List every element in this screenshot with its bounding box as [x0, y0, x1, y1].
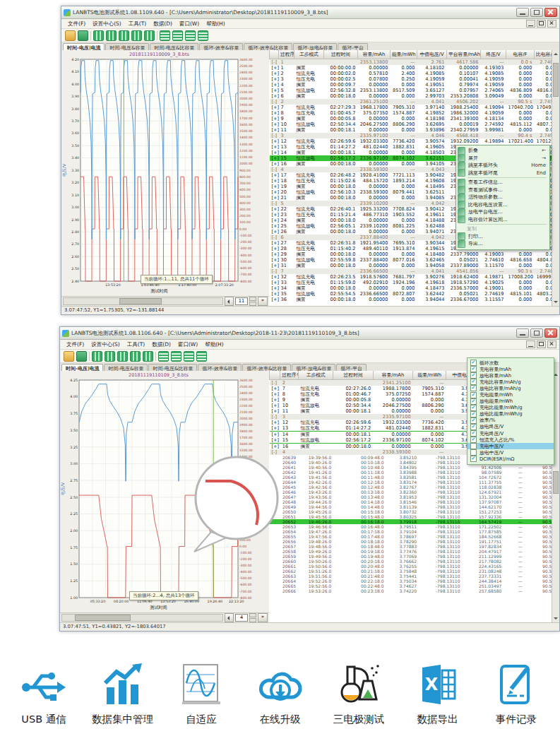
layout-view-icon[interactable]: [198, 30, 208, 41]
step-row[interactable]: 2065319:46:56.000:16:48.03.79511-798.131…: [269, 524, 559, 529]
column-header[interactable]: 过程序号: [279, 50, 294, 59]
maximize-button[interactable]: [530, 328, 543, 338]
menu-item-2[interactable]: 设置中心(S): [88, 341, 124, 348]
report-view-icon[interactable]: [184, 351, 194, 362]
checkbox-checked-icon[interactable]: ✔: [470, 405, 477, 411]
checkbox-unchecked-icon[interactable]: [470, 449, 477, 456]
step-row[interactable]: [+]7恒流充电02:27:29.31968.178007905.3103.97…: [270, 105, 560, 110]
checkbox-checked-icon[interactable]: ✔: [470, 437, 477, 443]
context-menu-item[interactable]: 跳至本循环尾End: [456, 170, 549, 177]
checkbox-checked-icon[interactable]: ✔: [470, 366, 477, 372]
step-row[interactable]: 2066319:51:56.000:21:48.03.75441-798.131…: [269, 574, 559, 579]
step-row[interactable]: [+]12恒流充电02:26:59.61932.033007736.4203.9…: [270, 138, 560, 144]
step-row[interactable]: 2066419:52:26.000:22:18.03.75034-798.131…: [269, 579, 559, 583]
mdi-close-button[interactable]: [547, 340, 556, 348]
column-chooser-item[interactable]: 放电中压/V: [467, 449, 554, 456]
checkbox-checked-icon[interactable]: ✔: [470, 430, 477, 437]
column-header[interactable]: 容量/mAh: [358, 50, 391, 59]
column-header[interactable]: 电容/F: [506, 50, 535, 59]
checkbox-checked-icon[interactable]: ✔: [470, 456, 477, 462]
step-row[interactable]: 2064719:43:56.000:13:48.03.81953-798.131…: [269, 494, 559, 499]
column-header[interactable]: 平台容量/mAh: [447, 50, 481, 59]
maximize-button[interactable]: [530, 8, 543, 17]
menu-item-3[interactable]: 工具(T): [124, 341, 148, 348]
time-voltage-current-chart[interactable]: 20181119110009_3_8.bts4.204.104.003.903.…: [61, 50, 269, 297]
column-header[interactable]: 过程时间: [333, 371, 373, 380]
step-row[interactable]: 2065119:45:56.000:15:48.03.80325-798.131…: [269, 514, 559, 519]
context-menu-item[interactable]: 折叠←: [456, 147, 549, 155]
cycle-summary-row[interactable]: [-]32335.97100—4.0464568.418—90.4 s2.749…: [270, 133, 560, 138]
menu-item-2[interactable]: 设置中心(S): [89, 20, 125, 27]
mdi-restore-button[interactable]: [537, 20, 546, 28]
chart-hscrollbar[interactable]: [63, 297, 223, 305]
step-divide-icon[interactable]: [119, 30, 129, 41]
list-view-icon[interactable]: [172, 30, 183, 41]
save-icon[interactable]: [76, 351, 87, 362]
step-row[interactable]: 2064419:42:26.000:12:18.03.83174-798.131…: [269, 480, 559, 485]
context-menu-item[interactable]: 查看测试事件...: [456, 186, 549, 194]
cycle-summary-row[interactable]: [-]22361.25100—4.0414506.202—90.5 s2.745…: [270, 99, 560, 105]
step-row[interactable]: [+]11搁置00:00:18.10.000000.0003.938962340…: [270, 127, 560, 133]
column-header[interactable]: 过程序号: [280, 371, 299, 380]
column-header[interactable]: 中值电压/V: [417, 50, 447, 59]
column-header[interactable]: 过程时间: [324, 50, 358, 59]
step-row[interactable]: 2064519:42:56.000:12:48.03.82767-798.131…: [269, 485, 559, 490]
chart-hscrollbar[interactable]: [61, 614, 223, 622]
step-row[interactable]: [+]5恒流放电02:56:32.82353.138008517.5093.65…: [270, 88, 560, 93]
checkbox-checked-icon[interactable]: ✔: [470, 398, 477, 405]
checkbox-checked-icon[interactable]: ✔: [470, 360, 477, 366]
last-cycle-button[interactable]: »: [258, 613, 268, 622]
close-button[interactable]: [544, 328, 557, 338]
step-row[interactable]: [+]33恒压充电01:15:59.0492.029101924.1964.19…: [270, 280, 560, 285]
context-menu-item[interactable]: 展开→: [456, 155, 549, 162]
cycle-number-input[interactable]: 4: [235, 614, 248, 622]
mdi-minimize-button[interactable]: [526, 20, 535, 28]
menu-item-1[interactable]: 文件(F): [63, 341, 88, 348]
column-header[interactable]: 终压/V: [481, 50, 506, 59]
stop-channel-icon[interactable]: [144, 30, 155, 41]
menu-item-4[interactable]: 数据(D): [150, 20, 176, 27]
work-mode-icon[interactable]: [130, 351, 141, 362]
column-header[interactable]: 容量/mAh: [373, 371, 412, 380]
step-row[interactable]: [+]4搁置00:00:09.70.000000.0004.190510.799…: [270, 82, 560, 88]
cycle-number-input[interactable]: 11: [235, 297, 248, 305]
parallel-channel-icon[interactable]: [93, 30, 104, 41]
step-row[interactable]: 2065919:49:56.000:19:48.03.77069-798.131…: [269, 554, 559, 559]
menu-item-5[interactable]: 窗口(W): [174, 341, 201, 348]
column-chooser-item[interactable]: ✔DCIR(ESR)/mΩ: [467, 456, 554, 462]
checkbox-unchecked-icon[interactable]: [470, 443, 477, 449]
parallel-channel-icon[interactable]: [92, 351, 102, 362]
open-file-icon[interactable]: [64, 351, 74, 362]
prev-cycle-button[interactable]: [225, 297, 234, 306]
cycle-spinner[interactable]: [249, 297, 256, 306]
last-cycle-button[interactable]: »: [258, 297, 268, 306]
minimize-button[interactable]: [516, 8, 529, 17]
step-row[interactable]: [+]10恒流放电02:50:34.42046.275008806.2903.6…: [270, 122, 560, 127]
context-menu-item[interactable]: 活性物质参数...: [456, 194, 549, 201]
titlebar[interactable]: LANBTS电池测试系统1.08.1106.640 - [C:\Users\Ad…: [60, 327, 559, 340]
step-row[interactable]: 2064319:41:56.000:11:48.03.83581-798.131…: [269, 475, 559, 480]
close-button[interactable]: [544, 8, 557, 17]
step-row[interactable]: [+]3恒压充电00:00:02.50.078000.2504.190590.0…: [270, 76, 560, 82]
checkbox-checked-icon[interactable]: ✔: [470, 424, 477, 430]
step-row[interactable]: [+]30恒流放电02:55:59.82337.884008077.0163.6…: [270, 257, 560, 263]
save-icon[interactable]: [78, 30, 88, 41]
mdi-minimize-button[interactable]: [526, 340, 535, 348]
context-menu-item[interactable]: 电容值计算区间...: [456, 216, 549, 224]
step-row[interactable]: [+]8恒压充电01:00:45.7375.073501574.8874.198…: [270, 110, 560, 116]
time-voltage-current-chart[interactable]: 20181119110109_3_8.bts4.254.003.753.503.…: [60, 371, 269, 613]
step-row[interactable]: [+]2恒流充电00:00:02.00.578102.4004.190850.1…: [270, 71, 560, 76]
table-vscrollbar[interactable]: [552, 50, 559, 306]
cycle-summary-row[interactable]: [-]72336.66500—4.0414541.856—90.3 s2.746…: [270, 268, 560, 274]
work-mode-icon[interactable]: [131, 30, 142, 41]
step-row[interactable]: 2065819:49:26.000:19:18.03.77476-798.131…: [269, 549, 559, 554]
prev-cycle-button[interactable]: [225, 613, 234, 622]
report-view-icon[interactable]: [185, 30, 196, 41]
list-view-icon[interactable]: [171, 351, 181, 362]
column-header[interactable]: 能量/mWh: [413, 371, 446, 380]
cycle-spinner[interactable]: [249, 613, 256, 622]
checkbox-checked-icon[interactable]: ✔: [470, 417, 477, 424]
step-row[interactable]: [+]35恒流放电02:55:54.52336.665008072.8073.6…: [270, 291, 560, 297]
step-row[interactable]: [+]31搁置00:00:18.00.000000.0003.940582337…: [270, 263, 560, 268]
titlebar[interactable]: LANBTS电池测试系统1.08.1109.640 - [C:\Users\Ad…: [61, 6, 559, 19]
